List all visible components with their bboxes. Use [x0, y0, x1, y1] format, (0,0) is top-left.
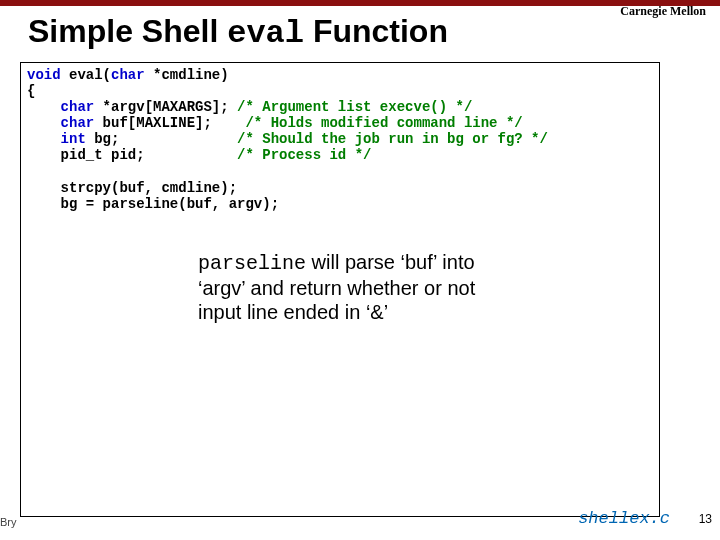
code-kw: char: [111, 67, 145, 83]
code-text: *cmdline): [145, 67, 229, 83]
code-text: pid_t: [27, 147, 103, 163]
title-code: eval: [227, 15, 304, 52]
callout-box: parseline will parse ‘buf’ into ‘argv’ a…: [184, 240, 518, 338]
code-comment: /* Argument list execve() */: [237, 99, 472, 115]
title-post: Function: [304, 13, 448, 49]
code-text: strcpy(buf, cmdline);: [27, 180, 237, 196]
code-text: bg = parseline(buf, argv);: [27, 196, 279, 212]
affiliation-label: Carnegie Mellon: [620, 4, 706, 19]
callout-code: parseline: [198, 252, 306, 275]
code-kw: char: [27, 115, 94, 131]
code-kw: void: [27, 67, 61, 83]
top-accent-bar: [0, 0, 720, 6]
code-text: *argv[MAXARGS];: [94, 99, 237, 115]
code-comment: /* Process id */: [237, 147, 371, 163]
code-text: pid;: [103, 147, 237, 163]
author-cropped: Bry: [0, 516, 17, 528]
code-kw: int: [27, 131, 86, 147]
code-text: bg;: [86, 131, 237, 147]
slide: Carnegie Mellon Simple Shell eval Functi…: [0, 0, 720, 540]
code-text: buf[MAXLINE];: [94, 115, 245, 131]
source-filename: shellex.c: [578, 509, 670, 528]
page-number: 13: [699, 512, 712, 526]
code-text: {: [27, 83, 35, 99]
slide-title: Simple Shell eval Function: [28, 14, 448, 51]
title-pre: Simple Shell: [28, 13, 227, 49]
code-text: eval(: [61, 67, 111, 83]
code-comment: /* Holds modified command line */: [245, 115, 522, 131]
code-kw: char: [27, 99, 94, 115]
code-comment: /* Should the job run in bg or fg? */: [237, 131, 548, 147]
